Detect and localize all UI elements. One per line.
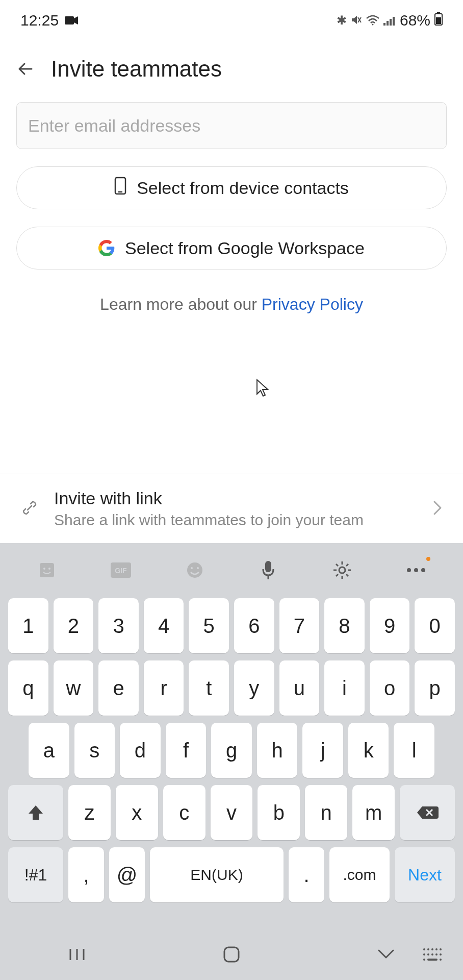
svg-point-51 — [423, 959, 425, 961]
key-z[interactable]: z — [68, 785, 111, 840]
key-q[interactable]: q — [8, 660, 48, 716]
svg-point-47 — [427, 953, 429, 955]
key-dot[interactable]: . — [289, 847, 324, 902]
battery-percent: 68% — [400, 12, 430, 29]
key-b[interactable]: b — [258, 785, 300, 840]
svg-point-33 — [414, 568, 418, 572]
email-input[interactable] — [16, 102, 447, 149]
key-at[interactable]: @ — [109, 847, 145, 902]
key-0[interactable]: 0 — [415, 598, 455, 653]
key-next[interactable]: Next — [395, 847, 455, 902]
back-arrow-icon[interactable] — [15, 59, 36, 79]
key-e[interactable]: e — [98, 660, 139, 716]
svg-rect-21 — [265, 561, 271, 572]
svg-point-44 — [435, 948, 438, 950]
key-l[interactable]: l — [394, 723, 434, 778]
svg-point-41 — [423, 948, 425, 950]
key-h[interactable]: h — [257, 723, 298, 778]
key-d[interactable]: d — [120, 723, 161, 778]
key-u[interactable]: u — [279, 660, 320, 716]
key-p[interactable]: p — [415, 660, 455, 716]
page-title: Invite teammates — [51, 56, 222, 82]
key-t[interactable]: t — [189, 660, 229, 716]
keyboard-row-numbers: 1 2 3 4 5 6 7 8 9 0 — [8, 598, 455, 653]
key-backspace[interactable] — [400, 785, 455, 840]
google-icon — [98, 240, 115, 256]
nav-recents-icon[interactable] — [67, 944, 87, 965]
svg-rect-5 — [387, 21, 389, 26]
svg-point-53 — [440, 959, 442, 961]
svg-point-48 — [431, 953, 433, 955]
key-i[interactable]: i — [324, 660, 365, 716]
signal-icon — [383, 12, 396, 29]
link-icon — [20, 499, 39, 519]
svg-rect-10 — [436, 17, 441, 24]
key-m[interactable]: m — [352, 785, 395, 840]
key-f[interactable]: f — [166, 723, 207, 778]
bluetooth-icon: ✱ — [337, 13, 347, 28]
svg-rect-40 — [224, 947, 239, 962]
key-space[interactable]: EN(UK) — [150, 847, 284, 902]
nav-bar — [0, 929, 463, 980]
svg-point-20 — [197, 567, 199, 569]
key-5[interactable]: 5 — [189, 598, 229, 653]
invite-link-row[interactable]: Invite with link Share a link with teamm… — [0, 474, 463, 543]
key-s[interactable]: s — [74, 723, 115, 778]
nav-keyboard-icon[interactable] — [422, 944, 443, 965]
key-9[interactable]: 9 — [370, 598, 410, 653]
key-n[interactable]: n — [305, 785, 347, 840]
svg-line-30 — [336, 574, 338, 576]
svg-rect-52 — [427, 959, 438, 961]
key-7[interactable]: 7 — [279, 598, 320, 653]
key-a[interactable]: a — [29, 723, 69, 778]
key-o[interactable]: o — [370, 660, 410, 716]
keyboard-row-qwerty: q w e r t y u i o p — [8, 660, 455, 716]
camera-icon — [65, 12, 78, 29]
svg-line-31 — [346, 564, 348, 566]
status-time: 12:25 — [20, 12, 59, 29]
svg-rect-13 — [40, 563, 54, 577]
key-v[interactable]: v — [211, 785, 253, 840]
nav-home-icon[interactable] — [221, 944, 242, 965]
key-c[interactable]: c — [163, 785, 205, 840]
key-y[interactable]: y — [234, 660, 274, 716]
more-icon[interactable] — [405, 559, 427, 581]
svg-rect-7 — [393, 17, 395, 26]
battery-icon — [434, 12, 443, 29]
key-comma[interactable]: , — [68, 847, 104, 902]
key-w[interactable]: w — [54, 660, 94, 716]
svg-rect-4 — [383, 23, 385, 26]
mic-icon[interactable] — [257, 559, 279, 581]
key-symbols[interactable]: !#1 — [8, 847, 63, 902]
key-dotcom[interactable]: .com — [329, 847, 390, 902]
key-4[interactable]: 4 — [144, 598, 184, 653]
gif-icon[interactable]: GIF — [110, 559, 132, 581]
key-x[interactable]: x — [116, 785, 158, 840]
svg-point-50 — [440, 953, 442, 955]
key-r[interactable]: r — [144, 660, 184, 716]
key-8[interactable]: 8 — [324, 598, 365, 653]
privacy-policy-link[interactable]: Privacy Policy — [262, 295, 363, 313]
key-1[interactable]: 1 — [8, 598, 48, 653]
keyboard-row-asdf: a s d f g h j k l — [8, 723, 455, 778]
key-2[interactable]: 2 — [54, 598, 94, 653]
select-google-button[interactable]: Select from Google Workspace — [16, 227, 447, 270]
key-3[interactable]: 3 — [98, 598, 139, 653]
svg-point-15 — [48, 568, 50, 570]
sticker-icon[interactable] — [36, 559, 58, 581]
key-g[interactable]: g — [211, 723, 252, 778]
key-j[interactable]: j — [302, 723, 343, 778]
nav-back-icon[interactable] — [376, 944, 396, 965]
svg-point-23 — [339, 567, 345, 573]
svg-line-28 — [336, 564, 338, 566]
key-shift[interactable] — [8, 785, 63, 840]
key-6[interactable]: 6 — [234, 598, 274, 653]
keyboard-row-zxcv: z x c v b n m — [8, 785, 455, 840]
svg-text:GIF: GIF — [115, 567, 127, 575]
gear-icon[interactable] — [331, 559, 353, 581]
key-k[interactable]: k — [348, 723, 389, 778]
page-header: Invite teammates — [0, 41, 463, 102]
select-contacts-button[interactable]: Select from device contacts — [16, 166, 447, 209]
emoji-icon[interactable] — [184, 559, 206, 581]
svg-point-42 — [427, 948, 429, 950]
